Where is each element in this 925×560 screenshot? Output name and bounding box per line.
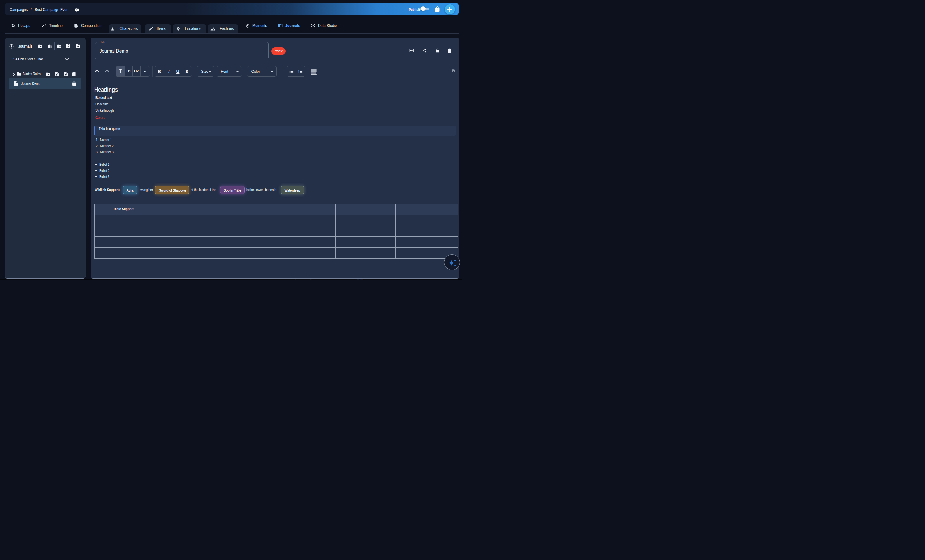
- svg-text:3: 3: [298, 72, 299, 73]
